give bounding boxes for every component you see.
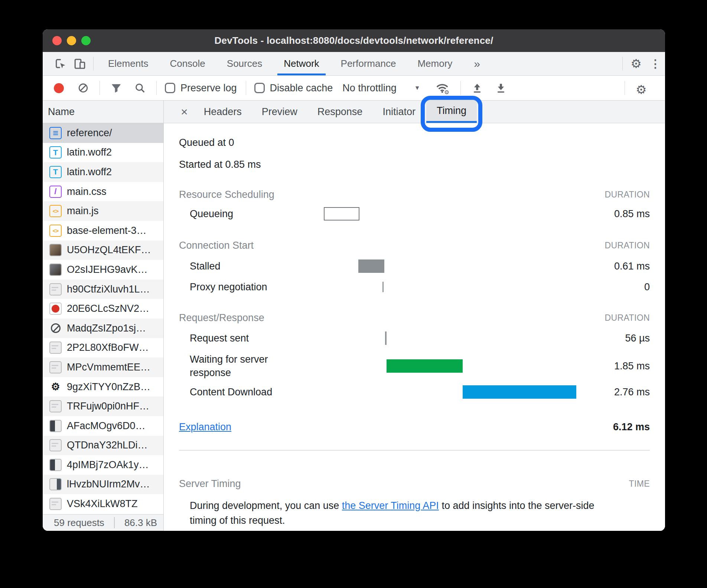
tab-initiator[interactable]: Initiator (372, 101, 426, 123)
timing-row-value: 0.85 ms (614, 208, 650, 220)
request-row[interactable]: O2sIJEHG9avK… (43, 260, 163, 280)
font-file-icon: T (49, 146, 62, 159)
zoom-window-button[interactable] (81, 36, 91, 45)
record-network-log-button[interactable] (54, 83, 64, 93)
tab-network[interactable]: Network (273, 52, 330, 75)
script-icon: <> (49, 205, 62, 217)
image-thumbnail-icon (49, 264, 62, 276)
timing-row-value: 0 (644, 281, 650, 293)
tab-response[interactable]: Response (307, 101, 373, 123)
timing-row-value: 2.76 ms (614, 386, 650, 398)
tab-headers[interactable]: Headers (194, 101, 252, 123)
timing-row-value: 56 µs (625, 333, 650, 344)
duration-column-header: DURATION (605, 190, 650, 200)
tab-console[interactable]: Console (159, 52, 216, 75)
image-thumbnail-icon (49, 283, 62, 295)
server-timing-api-link[interactable]: the Server Timing API (342, 500, 439, 511)
image-thumbnail-icon (49, 439, 62, 451)
disable-cache-label[interactable]: Disable cache (270, 82, 333, 94)
tabbar-right-divider (622, 57, 623, 71)
explanation-link[interactable]: Explanation (179, 421, 231, 433)
traffic-lights (52, 29, 91, 52)
request-row[interactable]: ⚙ 9gzXiTYY0nZzB… (43, 377, 163, 397)
svg-text:⚙: ⚙ (444, 89, 449, 94)
request-row[interactable]: 4pIMBj7zOAk1y… (43, 455, 163, 475)
image-thumbnail-icon (49, 342, 62, 354)
request-row[interactable]: VSk4XiLkW8TZ (43, 494, 163, 514)
request-list: ≡ reference/ T latin.woff2 T latin.woff2… (43, 123, 163, 514)
request-row[interactable]: 20E6CLcSzNV2… (43, 299, 163, 318)
timing-row-label: Content Download (179, 386, 272, 398)
import-har-icon[interactable] (472, 82, 483, 94)
request-row[interactable]: MPcVmmemtEE… (43, 357, 163, 377)
request-row[interactable]: 2P2L80XfBoFW… (43, 338, 163, 358)
stylesheet-icon: / (49, 186, 62, 198)
inspect-element-icon[interactable] (51, 52, 70, 75)
request-row[interactable]: U5OHzQL4tEKF… (43, 241, 163, 260)
image-thumbnail-icon (49, 400, 62, 412)
main-tabbar: Elements Console Sources Network Perform… (43, 52, 665, 76)
filter-icon[interactable] (111, 82, 122, 94)
content-download-bar (463, 385, 576, 399)
image-thumbnail-icon (49, 478, 62, 490)
search-icon[interactable] (134, 82, 146, 94)
timing-row-value: 0.61 ms (614, 261, 650, 272)
blocked-request-icon (49, 322, 62, 334)
request-row[interactable]: AFacMOgv6D0… (43, 416, 163, 436)
document-icon: ≡ (49, 127, 62, 139)
request-list-sidebar: Name ≡ reference/ T latin.woff2 T latin.… (43, 101, 164, 531)
request-row[interactable]: MadqZsIZpo1sj… (43, 318, 163, 338)
request-count: 59 requests (54, 517, 104, 529)
started-at-text: Started at 0.85 ms (179, 159, 261, 170)
tab-sources[interactable]: Sources (216, 52, 273, 75)
preserve-log-checkbox[interactable] (165, 83, 175, 93)
request-row[interactable]: T latin.woff2 (43, 162, 163, 182)
tab-memory[interactable]: Memory (407, 52, 463, 75)
timing-row-value: 1.85 ms (614, 360, 650, 372)
throttling-select[interactable]: No throttling (342, 82, 397, 94)
settings-gear-icon[interactable]: ⚙ (626, 52, 646, 75)
timing-row-label: Proxy negotiation (179, 281, 267, 293)
preserve-log-label[interactable]: Preserve log (180, 82, 237, 94)
tab-elements[interactable]: Elements (97, 52, 159, 75)
network-settings-gear-icon[interactable]: ⚙ (636, 82, 652, 94)
network-conditions-icon[interactable]: ⚙ (435, 82, 450, 94)
queueing-bar (324, 207, 359, 220)
request-row[interactable]: T latin.woff2 (43, 143, 163, 163)
chevron-down-icon[interactable]: ▼ (414, 85, 420, 91)
minimize-window-button[interactable] (67, 36, 76, 45)
request-row[interactable]: QTDnaY32hLDi… (43, 436, 163, 455)
disable-cache-checkbox[interactable] (254, 83, 265, 93)
tab-preview[interactable]: Preview (252, 101, 307, 123)
kebab-menu-icon[interactable]: ⋮ (646, 52, 665, 75)
device-toolbar-icon[interactable] (70, 52, 89, 75)
request-row[interactable]: <> main.js (43, 201, 163, 221)
transferred-size: 86.3 kB (124, 517, 157, 529)
proxy-negotiation-bar (382, 282, 384, 292)
tab-timing[interactable]: Timing (426, 101, 477, 123)
request-row[interactable]: <> base-element-3… (43, 221, 163, 241)
network-toolbar: Preserve log Disable cache No throttling… (43, 76, 665, 101)
stalled-bar (358, 259, 384, 273)
section-server-timing: Server Timing (179, 478, 241, 490)
timing-row-label: Request sent (179, 333, 249, 344)
image-thumbnail-icon (49, 459, 62, 471)
request-row[interactable]: TRFujw0pi0nHF… (43, 396, 163, 416)
request-row[interactable]: / main.css (43, 182, 163, 202)
request-row[interactable]: ≡ reference/ (43, 123, 163, 143)
close-window-button[interactable] (52, 36, 62, 45)
close-detail-icon[interactable]: × (175, 101, 194, 123)
more-tabs-chevron-icon[interactable]: » (463, 52, 491, 75)
name-column-header[interactable]: Name (43, 101, 163, 123)
export-har-icon[interactable] (495, 82, 506, 94)
request-row[interactable]: h90CtfziXluvh1L… (43, 280, 163, 299)
titlebar: DevTools - localhost:8080/docs/devtools/… (43, 29, 665, 52)
section-connection-start: Connection Start (179, 240, 254, 251)
tab-performance[interactable]: Performance (330, 52, 407, 75)
request-sent-bar (385, 331, 387, 345)
devtools-window: DevTools - localhost:8080/docs/devtools/… (43, 29, 665, 531)
timing-row-label: Queueing (179, 208, 233, 220)
clear-network-log-icon[interactable] (78, 82, 89, 94)
request-detail-panel: × Headers Preview Response Initiator Tim… (164, 101, 665, 531)
request-row[interactable]: lHvzbNUIrm2Mv… (43, 475, 163, 494)
